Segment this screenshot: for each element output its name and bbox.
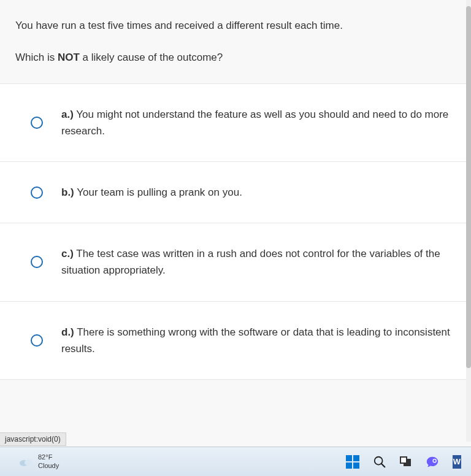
prompt-before: Which is [15,52,58,63]
option-text: b.) Your team is pulling a prank on you. [61,184,456,201]
search-button[interactable] [373,455,386,469]
radio-wrap [31,186,61,199]
word-app-button[interactable]: W [453,455,461,469]
weather-condition: Cloudy [38,462,59,470]
search-icon [373,455,386,469]
weather-temp: 82°F [38,453,59,461]
option-letter: a.) [61,109,74,120]
option-d[interactable]: d.) There is something wrong with the so… [0,302,471,380]
radio-button[interactable] [31,186,43,199]
radio-wrap [31,334,61,347]
option-text: a.) You might not understand the feature… [61,106,456,139]
question-intro: You have run a test five times and recei… [15,18,456,33]
chat-button[interactable] [426,455,439,469]
option-c[interactable]: c.) The test case was written in a rush … [0,223,471,301]
radio-button[interactable] [31,334,43,347]
svg-point-5 [434,459,436,462]
radio-wrap [31,117,61,129]
radio-button[interactable] [31,117,43,129]
scrollbar-thumb[interactable] [466,6,471,368]
scrollbar-track[interactable] [466,0,471,442]
option-a[interactable]: a.) You might not understand the feature… [0,83,471,162]
chat-icon [426,455,439,469]
option-text: d.) There is something wrong with the so… [61,324,456,357]
options-list: a.) You might not understand the feature… [0,83,471,380]
prompt-bold: NOT [58,52,80,63]
option-body: There is something wrong with the softwa… [61,326,450,355]
cloud-icon [18,456,33,467]
question-prompt: Which is NOT a likely cause of the outco… [15,50,456,65]
radio-wrap [31,256,61,268]
weather-widget[interactable]: 82°F Cloudy [18,453,59,469]
option-letter: c.) [61,248,74,259]
option-text: c.) The test case was written in a rush … [61,245,456,278]
browser-status-bar: javascript:void(0) [0,432,66,446]
task-view-button[interactable] [400,456,412,467]
option-b[interactable]: b.) Your team is pulling a prank on you. [0,162,471,223]
option-letter: b.) [61,186,74,198]
svg-line-3 [381,463,385,467]
option-body: The test case was written in a rush and … [61,248,440,276]
option-letter: d.) [61,326,74,338]
taskbar-right: W [346,455,465,469]
start-button[interactable] [346,455,359,469]
weather-text: 82°F Cloudy [38,453,59,469]
windows-icon [346,455,359,469]
taskbar: 82°F Cloudy [0,447,471,476]
option-body: Your team is pulling a prank on you. [74,186,242,198]
prompt-after: a likely cause of the outcome? [80,52,223,63]
status-text: javascript:void(0) [5,435,61,443]
svg-point-1 [25,459,32,466]
task-view-icon [400,456,412,467]
word-icon: W [453,455,461,469]
question-header: You have run a test five times and recei… [0,0,471,83]
option-body: You might not understand the feature as … [61,109,448,137]
radio-button[interactable] [31,256,43,268]
